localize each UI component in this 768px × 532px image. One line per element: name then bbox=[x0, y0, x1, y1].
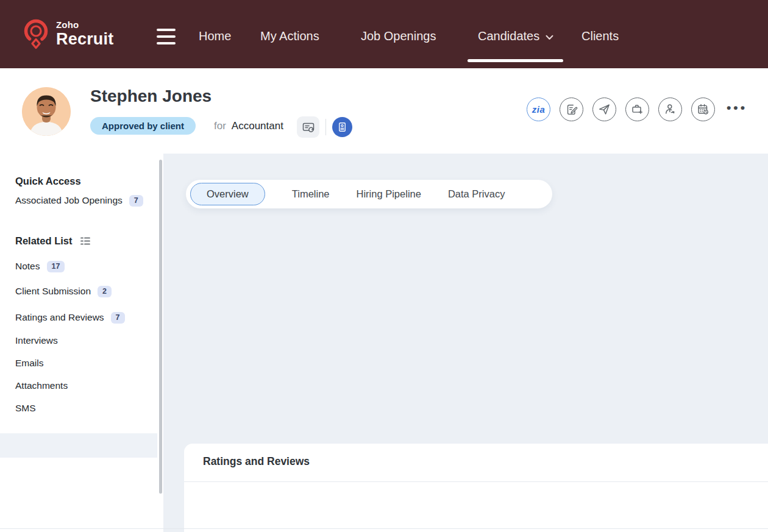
status-badge: Approved by client bbox=[90, 117, 196, 135]
window-bottom-edge bbox=[0, 528, 768, 529]
sidebar-item-attachments[interactable]: Attachments bbox=[15, 380, 68, 391]
card-divider bbox=[184, 481, 768, 482]
count-badge: 17 bbox=[47, 261, 65, 272]
nav-item-my-actions[interactable]: My Actions bbox=[260, 29, 319, 43]
view-resume-button[interactable] bbox=[332, 117, 352, 137]
zia-icon: zia bbox=[532, 104, 546, 115]
sidebar-item-client-submission[interactable]: Client Submission 2 bbox=[15, 286, 112, 297]
briefcase-plus-icon bbox=[630, 102, 644, 116]
nav-item-job-openings[interactable]: Job Openings bbox=[361, 29, 436, 43]
candidate-name: Stephen Jones bbox=[90, 87, 212, 106]
left-sidebar: Quick Access Associated Job Openings 7 R… bbox=[0, 154, 163, 528]
person-forward-icon bbox=[663, 102, 677, 116]
send-mail-button[interactable] bbox=[592, 98, 616, 121]
sidebar-item-ratings-and-reviews[interactable]: Ratings and Reviews 7 bbox=[15, 312, 125, 324]
count-badge: 7 bbox=[111, 312, 125, 324]
count-badge: 7 bbox=[129, 195, 143, 207]
for-label: for bbox=[214, 120, 226, 132]
brand-recruit-label: Recruit bbox=[56, 31, 113, 48]
sidebar-item-interviews[interactable]: Interviews bbox=[15, 335, 58, 346]
top-navigation-bar: Zoho Recruit Home My Actions Job Opening… bbox=[0, 0, 768, 68]
tab-timeline[interactable]: Timeline bbox=[292, 188, 330, 200]
tab-overview[interactable]: Overview bbox=[190, 183, 265, 205]
more-options-button[interactable]: ••• bbox=[727, 101, 747, 115]
sidebar-item-associated-job-openings[interactable]: Associated Job Openings 7 bbox=[15, 195, 143, 207]
avatar-photo bbox=[22, 87, 71, 136]
sidebar-item-emails[interactable]: Emails bbox=[15, 358, 44, 369]
associate-job-opening-button[interactable] bbox=[625, 98, 649, 121]
schedule-interview-button[interactable] bbox=[691, 98, 715, 121]
brand-zoho-label: Zoho bbox=[56, 20, 113, 29]
ratings-card-title: Ratings and Reviews bbox=[203, 455, 310, 468]
candidate-header: Stephen Jones Approved by client for Acc… bbox=[0, 68, 768, 154]
hamburger-menu-icon[interactable] bbox=[157, 29, 176, 44]
nav-item-home[interactable]: Home bbox=[199, 29, 231, 43]
paper-plane-icon bbox=[597, 102, 611, 116]
detail-tabs-bar: Overview Timeline Hiring Pipeline Data P… bbox=[186, 180, 552, 208]
nav-item-clients[interactable]: Clients bbox=[581, 29, 619, 43]
active-nav-underline bbox=[468, 59, 563, 62]
chevron-down-icon bbox=[546, 35, 553, 40]
candidate-avatar[interactable] bbox=[22, 87, 71, 136]
quick-access-title: Quick Access bbox=[15, 176, 81, 187]
sidebar-scrollbar[interactable] bbox=[159, 160, 162, 494]
resume-document-icon bbox=[336, 121, 348, 133]
header-divider bbox=[325, 119, 326, 135]
submit-to-client-button[interactable] bbox=[658, 98, 682, 121]
associated-job-title[interactable]: Accountant bbox=[232, 120, 283, 132]
submission-history-button[interactable] bbox=[297, 116, 319, 138]
related-list-title: Related List bbox=[15, 235, 91, 247]
card-history-icon bbox=[301, 120, 316, 135]
count-badge: 2 bbox=[98, 286, 112, 297]
calendar-clock-icon bbox=[696, 102, 710, 116]
zoho-recruit-logo[interactable]: Zoho Recruit bbox=[20, 16, 113, 51]
sidebar-item-notes[interactable]: Notes 17 bbox=[15, 261, 65, 272]
nav-item-candidates[interactable]: Candidates bbox=[478, 29, 553, 43]
ratings-and-reviews-card: Ratings and Reviews bbox=[184, 444, 768, 532]
note-edit-icon bbox=[565, 103, 578, 116]
zoho-logo-icon bbox=[20, 16, 52, 51]
add-note-button[interactable] bbox=[560, 98, 583, 121]
sidebar-item-sms[interactable]: SMS bbox=[15, 403, 36, 414]
customize-list-icon[interactable] bbox=[80, 236, 91, 246]
tab-data-privacy[interactable]: Data Privacy bbox=[448, 188, 505, 200]
zia-assistant-button[interactable]: zia bbox=[527, 98, 550, 121]
selected-row-highlight bbox=[0, 433, 157, 458]
tab-hiring-pipeline[interactable]: Hiring Pipeline bbox=[357, 188, 421, 200]
